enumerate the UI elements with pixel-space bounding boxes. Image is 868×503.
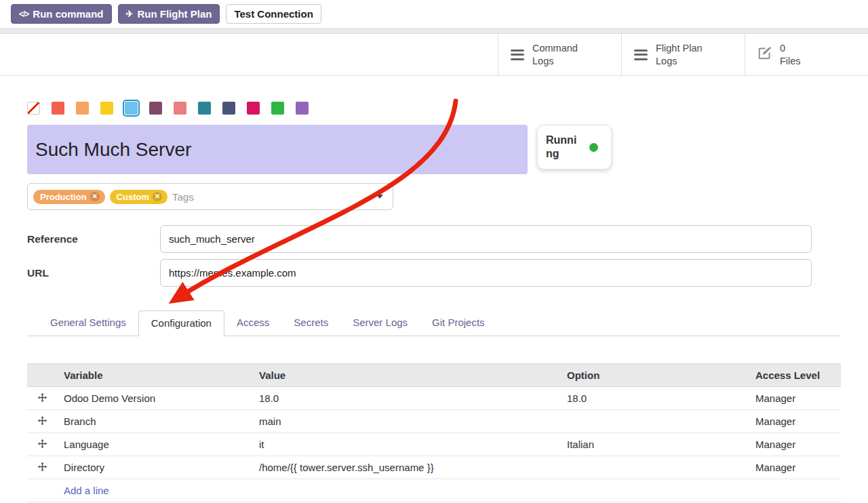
drag-handle-icon[interactable] <box>27 433 57 456</box>
drag-handle-icon[interactable] <box>27 387 57 410</box>
cell-variable[interactable]: Directory <box>57 456 252 479</box>
files-button[interactable]: 0 Files <box>745 34 868 75</box>
empty-cell <box>27 479 57 502</box>
reference-input[interactable] <box>160 225 812 253</box>
tab-git-projects[interactable]: Git Projects <box>420 310 497 336</box>
add-line-row: Add a line <box>27 479 841 502</box>
command-logs-button[interactable]: Command Logs <box>498 34 621 75</box>
cell-value[interactable]: 18.0 <box>252 387 560 410</box>
flight-plan-logs-label: Flight Plan Logs <box>656 42 703 68</box>
table-header-row: Variable Value Option Access Level <box>27 364 841 387</box>
url-field-row: URL <box>27 259 841 287</box>
tag-custom[interactable]: Custom ✕ <box>110 190 167 204</box>
url-input[interactable] <box>160 259 812 287</box>
tab-general-settings[interactable]: General Settings <box>38 310 138 336</box>
color-swatch-yellow[interactable] <box>100 102 113 115</box>
edit-pencil-icon <box>757 46 772 63</box>
run-flight-plan-button[interactable]: ✈ Run Flight Plan <box>118 4 220 24</box>
color-swatch-teal[interactable] <box>198 102 211 115</box>
files-label: 0 Files <box>780 42 801 68</box>
tag-production[interactable]: Production ✕ <box>33 190 105 204</box>
code-icon: </> <box>19 9 28 19</box>
tags-placeholder: Tags <box>172 191 194 203</box>
configuration-table: Variable Value Option Access Level Odoo … <box>27 363 841 502</box>
add-line-link[interactable]: Add a line <box>64 485 109 496</box>
cell-option[interactable]: 18.0 <box>560 387 749 410</box>
cell-value[interactable]: main <box>252 410 560 433</box>
tag-production-label: Production <box>40 192 87 202</box>
command-logs-label: Command Logs <box>532 42 578 68</box>
cell-access-level[interactable]: Manager <box>749 410 841 433</box>
color-swatch-darkpurple[interactable] <box>149 102 162 115</box>
record-header: Command Logs Flight Plan Logs 0 Files <box>0 34 868 76</box>
table-row[interactable]: Odoo Demo Version 18.0 18.0 Manager <box>27 387 841 410</box>
run-command-label: Run command <box>33 8 103 20</box>
title-row: Running <box>27 125 841 174</box>
cell-option[interactable] <box>560 410 749 433</box>
color-swatch-lightblue-selected[interactable] <box>125 102 138 115</box>
paper-plane-icon: ✈ <box>126 9 134 19</box>
column-header-value: Value <box>252 364 560 387</box>
drag-column-header <box>27 364 57 387</box>
color-palette <box>27 102 841 115</box>
menu-lines-icon <box>634 47 648 62</box>
drag-handle-icon[interactable] <box>27 410 57 433</box>
cell-value[interactable]: /home/{{ tower.server.ssh_username }} <box>252 456 560 479</box>
column-header-access-level: Access Level <box>749 364 841 387</box>
cell-access-level[interactable]: Manager <box>749 456 841 479</box>
tab-configuration[interactable]: Configuration <box>138 310 224 336</box>
chevron-down-icon[interactable] <box>376 195 383 199</box>
url-label: URL <box>27 267 160 279</box>
color-swatch-magenta[interactable] <box>247 102 260 115</box>
menu-lines-icon <box>511 47 524 62</box>
column-header-option: Option <box>560 364 749 387</box>
top-toolbar: </> Run command ✈ Run Flight Plan Test C… <box>0 0 868 28</box>
flight-plan-logs-button[interactable]: Flight Plan Logs <box>621 34 745 75</box>
add-line-cell: Add a line <box>57 479 841 502</box>
reference-label: Reference <box>27 233 160 245</box>
color-swatch-orange[interactable] <box>76 102 89 115</box>
color-swatch-salmon[interactable] <box>174 102 186 115</box>
field-group: Reference URL <box>27 225 841 287</box>
run-flight-plan-label: Run Flight Plan <box>137 8 212 20</box>
notebook-tabs: General Settings Configuration Access Se… <box>27 310 841 336</box>
tab-secrets[interactable]: Secrets <box>281 310 340 336</box>
tag-custom-label: Custom <box>117 192 149 202</box>
cell-access-level[interactable]: Manager <box>749 433 841 456</box>
table-row[interactable]: Directory /home/{{ tower.server.ssh_user… <box>27 456 841 479</box>
run-command-button[interactable]: </> Run command <box>11 4 112 24</box>
status-label: Running <box>546 134 583 161</box>
color-swatch-purple[interactable] <box>296 102 309 115</box>
color-swatch-red[interactable] <box>52 102 64 115</box>
cell-option[interactable] <box>560 456 749 479</box>
cell-variable[interactable]: Language <box>57 433 252 456</box>
status-green-dot-icon <box>589 143 598 152</box>
drag-handle-icon[interactable] <box>27 456 57 479</box>
tab-access[interactable]: Access <box>224 310 281 336</box>
color-swatch-green[interactable] <box>271 102 284 115</box>
remove-tag-icon[interactable]: ✕ <box>90 192 100 201</box>
test-connection-button[interactable]: Test Connection <box>226 4 321 24</box>
cell-variable[interactable]: Odoo Demo Version <box>57 387 252 410</box>
form-sheet: Running Production ✕ Custom ✕ Tags Refer… <box>0 102 868 502</box>
separator-strip <box>0 28 868 34</box>
cell-option[interactable]: Italian <box>560 433 749 456</box>
reference-field-row: Reference <box>27 225 841 253</box>
server-name-input[interactable] <box>27 125 528 174</box>
test-connection-label: Test Connection <box>234 8 313 20</box>
cell-value[interactable]: it <box>252 433 560 456</box>
column-header-variable: Variable <box>57 364 252 387</box>
tags-field[interactable]: Production ✕ Custom ✕ Tags <box>27 183 393 210</box>
status-badge[interactable]: Running <box>537 125 612 169</box>
tab-server-logs[interactable]: Server Logs <box>340 310 420 336</box>
table-row[interactable]: Language it Italian Manager <box>27 433 841 456</box>
color-swatch-navy[interactable] <box>222 102 235 115</box>
remove-tag-icon[interactable]: ✕ <box>153 192 162 201</box>
table-row[interactable]: Branch main Manager <box>27 410 841 433</box>
cell-variable[interactable]: Branch <box>57 410 252 433</box>
cell-access-level[interactable]: Manager <box>749 387 841 410</box>
color-swatch-none[interactable] <box>27 102 40 115</box>
